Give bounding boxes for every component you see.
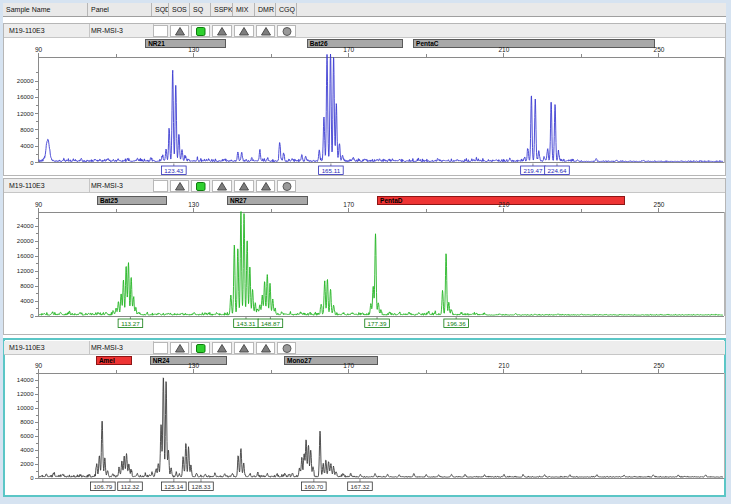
samples-plot-area: Sample NamePanelSQDSOSSQSSPKMIXDMRCGQ M1…	[3, 3, 726, 497]
svg-text:12000: 12000	[17, 111, 34, 117]
electropherogram-plot-2[interactable]: 9013017021025004000800012000160002000024…	[3, 178, 726, 335]
peak-size-label: 128.33	[192, 483, 211, 490]
column-header-cgq[interactable]: CGQ	[276, 3, 297, 16]
peak-size-label: 106.79	[93, 483, 112, 490]
svg-text:210: 210	[498, 201, 509, 208]
svg-text:12000: 12000	[17, 391, 34, 397]
column-header-sq[interactable]: SQ	[190, 3, 211, 16]
svg-text:170: 170	[343, 201, 354, 208]
svg-text:130: 130	[188, 201, 199, 208]
svg-text:250: 250	[654, 201, 665, 208]
column-header-sspk[interactable]: SSPK	[211, 3, 233, 16]
svg-text:20000: 20000	[17, 78, 34, 84]
peak-size-label: 165.11	[322, 167, 341, 174]
svg-text:20000: 20000	[17, 238, 34, 244]
svg-text:4000: 4000	[20, 447, 34, 453]
svg-text:90: 90	[35, 362, 43, 369]
svg-text:24000: 24000	[17, 223, 34, 229]
svg-text:130: 130	[188, 362, 199, 369]
table-header: Sample NamePanelSQDSOSSQSSPKMIXDMRCGQ	[3, 3, 726, 17]
column-header-sqd[interactable]: SQD	[152, 3, 169, 16]
sample-panel-3[interactable]: M19-110E3MR-MSI-3AmelNR24Mono27901301702…	[3, 338, 726, 497]
svg-text:4000: 4000	[20, 143, 34, 149]
column-header-panel[interactable]: Panel	[88, 3, 152, 16]
svg-text:90: 90	[35, 46, 43, 53]
svg-text:250: 250	[654, 46, 665, 53]
peak-size-label: 113.27	[121, 320, 140, 327]
electropherogram-plot-3[interactable]: 9013017021025002000400060008000100001200…	[3, 338, 726, 497]
svg-text:0: 0	[30, 313, 34, 319]
sample-panel-2[interactable]: M19-110E3MR-MSI-3Bat25NR27PentaD90130170…	[3, 178, 726, 335]
peak-size-label: 219.47	[523, 167, 542, 174]
svg-text:8000: 8000	[20, 127, 34, 133]
peak-size-label: 143.31	[237, 320, 256, 327]
svg-text:90: 90	[35, 201, 43, 208]
column-header-sos[interactable]: SOS	[169, 3, 190, 16]
svg-text:170: 170	[343, 46, 354, 53]
trace-line	[39, 212, 723, 316]
svg-text:12000: 12000	[17, 268, 34, 274]
svg-text:10000: 10000	[17, 405, 34, 411]
svg-text:0: 0	[30, 475, 34, 481]
peak-size-label: 196.36	[447, 320, 466, 327]
svg-text:16000: 16000	[17, 94, 34, 100]
column-header-sample-name[interactable]: Sample Name	[3, 3, 88, 16]
svg-text:130: 130	[188, 46, 199, 53]
peak-size-label: 148.87	[261, 320, 280, 327]
trace-line	[39, 54, 723, 162]
trace-line	[39, 378, 723, 477]
svg-text:250: 250	[654, 362, 665, 369]
peak-size-label: 123.43	[164, 167, 183, 174]
svg-text:8000: 8000	[20, 419, 34, 425]
svg-text:0: 0	[30, 160, 34, 166]
peak-size-label: 224.64	[548, 167, 567, 174]
svg-text:14000: 14000	[17, 377, 34, 383]
svg-text:16000: 16000	[17, 253, 34, 259]
svg-text:8000: 8000	[20, 283, 34, 289]
peak-size-label: 125.14	[164, 483, 183, 490]
column-header-mix[interactable]: MIX	[233, 3, 255, 16]
peak-size-label: 160.70	[304, 483, 323, 490]
svg-text:6000: 6000	[20, 433, 34, 439]
peak-size-label: 177.39	[368, 320, 387, 327]
svg-text:2000: 2000	[20, 461, 34, 467]
sample-panel-1[interactable]: M19-110E3MR-MSI-3NR21Bat26PentaC90130170…	[3, 23, 726, 176]
column-header-dmr[interactable]: DMR	[255, 3, 276, 16]
svg-text:170: 170	[343, 362, 354, 369]
electropherogram-plot-1[interactable]: 9013017021025004000800012000160002000012…	[3, 23, 726, 176]
svg-text:210: 210	[498, 46, 509, 53]
svg-text:210: 210	[498, 362, 509, 369]
peak-size-label: 167.32	[351, 483, 370, 490]
svg-text:4000: 4000	[20, 298, 34, 304]
peak-size-label: 112.32	[121, 483, 140, 490]
